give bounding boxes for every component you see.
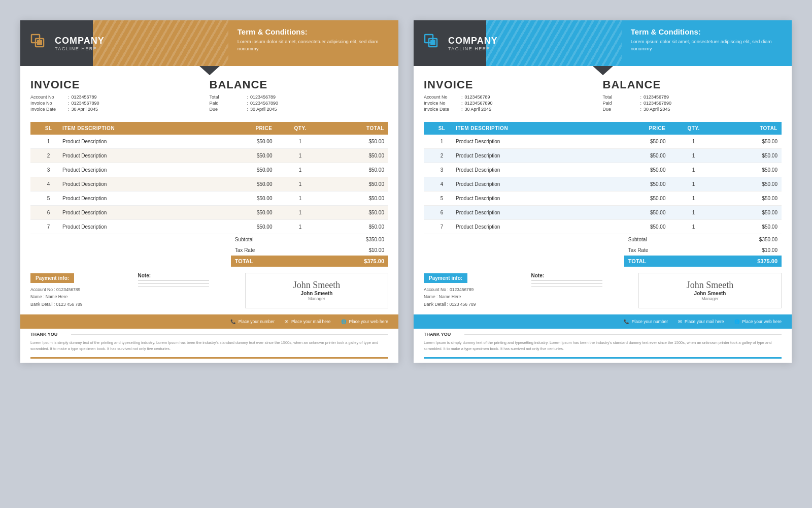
col-price-header: Price: [209, 125, 272, 131]
signature-name: John Smeeth: [301, 291, 333, 296]
invoice-header-brown: COMPANY TAGLINE HERE Term & Conditions: …: [20, 20, 398, 66]
thank-label: THANK YOU: [30, 332, 66, 337]
terms-text: Lorem ipsum dolor sit amet, consectetuer…: [238, 38, 389, 53]
footer-phone-blue: 📞 Place your number: [619, 317, 673, 326]
phone-icon: 📞: [230, 319, 236, 324]
invoice-table-brown: SL Item Description Price Qty. Total 1 P…: [30, 122, 388, 234]
invoice-date-row: Invoice Date : 30 April 2045: [30, 107, 210, 112]
table-row: 6 Product Description $50.00 1 $50.00: [30, 206, 388, 220]
header-right-blue: Term & Conditions: Lorem ipsum dolor sit…: [622, 20, 792, 66]
payment-block-blue: Payment info: Account No : 0123456789 Na…: [424, 273, 526, 308]
footer-bar-brown: 📞 Place your number ✉ Place your mail he…: [20, 314, 398, 329]
total-label: Total: [210, 94, 245, 100]
company-name-blue: COMPANY: [448, 36, 498, 46]
logo-area: COMPANY TAGLINE HERE: [30, 34, 105, 53]
bottom-rule-brown: [30, 357, 388, 359]
table-row: 6 Product Description $50.00 1 $50.00: [424, 206, 782, 220]
subtotal-label: Subtotal: [235, 237, 254, 242]
email-icon-blue: ✉: [678, 319, 682, 324]
note-line: [138, 283, 209, 284]
total-value: 0123456789: [250, 94, 276, 100]
col-desc-header: Item Description: [62, 125, 209, 131]
meta-left-blue: INVOICE Account No : 0123456789 Invoice …: [424, 78, 603, 113]
meta-left: INVOICE Account No : 0123456789 Invoice …: [30, 78, 210, 113]
note-line: [138, 280, 209, 281]
meta-right-blue: BALANCE Total : 0123456789 Paid : 012345…: [603, 78, 782, 113]
logo-icon: [30, 34, 50, 53]
terms-text-blue: Lorem ipsum dolor sit amet, consectetuer…: [631, 38, 783, 53]
invoice-meta-blue: INVOICE Account No : 0123456789 Invoice …: [414, 69, 792, 118]
note-lines: [138, 280, 241, 287]
logo-text-blue: COMPANY TAGLINE HERE: [448, 36, 498, 51]
col-total-header: Total: [328, 125, 384, 131]
subtotal-value: $350.00: [366, 237, 384, 242]
signature-block-blue: John Smeeth John Smeeth Manager: [638, 273, 782, 308]
accent-stripes-blue: [486, 20, 642, 66]
header-accent-bg-blue: [486, 20, 642, 66]
total-row-meta: Total : 0123456789: [210, 94, 389, 100]
payment-title: Payment info:: [30, 273, 74, 283]
table-row: 2 Product Description $50.00 1 $50.00: [30, 149, 388, 163]
balance-title: BALANCE: [210, 78, 389, 91]
thank-line: [71, 334, 388, 335]
invoice-brown: COMPANY TAGLINE HERE Term & Conditions: …: [20, 20, 398, 363]
table-row: 1 Product Description $50.00 1 $50.00: [30, 135, 388, 149]
email-icon: ✉: [285, 319, 289, 324]
totals-block-blue: Subtotal $350.00 Tax Rate $10.00 TOTAL $…: [624, 234, 782, 267]
invoices-container: COMPANY TAGLINE HERE Term & Conditions: …: [20, 20, 792, 363]
table-row: 7 Product Description $50.00 1 $50.00: [424, 220, 782, 234]
total-final-label: TOTAL: [235, 258, 253, 264]
payment-detail-blue: Account No : 0123456789 Name : Name Here…: [424, 286, 526, 308]
invoice-date-label: Invoice Date: [30, 107, 66, 112]
paid-row-meta: Paid : 01234567890: [210, 101, 389, 106]
table-row: 4 Product Description $50.00 1 $50.00: [424, 177, 782, 192]
signature-block: John Smeeth John Smeeth Manager: [245, 273, 388, 308]
table-row: 7 Product Description $50.00 1 $50.00: [30, 220, 388, 234]
invoice-table-blue: SL Item Description Price Qty. Total 1 P…: [424, 122, 782, 234]
header-right-brown: Term & Conditions: Lorem ipsum dolor sit…: [228, 20, 398, 66]
payment-detail: Account No : 0123456789 Name : Name Here…: [30, 286, 133, 308]
totals-area-blue: Subtotal $350.00 Tax Rate $10.00 TOTAL $…: [424, 234, 782, 267]
total-final-row-blue: TOTAL $375.00: [624, 256, 782, 267]
logo-text: COMPANY TAGLINE HERE: [55, 36, 105, 51]
totals-area-brown: Subtotal $350.00 Tax Rate $10.00 TOTAL $…: [30, 234, 388, 267]
table-row: 5 Product Description $50.00 1 $50.00: [30, 192, 388, 206]
bottom-section-blue: Payment info: Account No : 0123456789 Na…: [414, 267, 792, 311]
tagline: TAGLINE HERE: [55, 46, 105, 51]
bottom-section: Payment info: Account No : 0123456789 Na…: [20, 267, 398, 311]
account-row: Account No : 0123456789: [30, 94, 210, 100]
footer-email: ✉ Place your mail here: [280, 317, 335, 326]
invoice-title-blue: INVOICE: [424, 78, 603, 91]
invoice-header-blue: COMPANY TAGLINE HERE Term & Conditions: …: [414, 20, 792, 66]
invoice-no-value: 01234567890: [72, 101, 99, 106]
header-notch-blue: [593, 66, 613, 75]
due-row-meta: Due : 30 April 2045: [210, 107, 389, 112]
invoice-date-value: 30 April 2045: [72, 107, 98, 112]
web-icon: 🌐: [341, 319, 347, 324]
footer-web-blue: 🌐 Place your web here: [729, 317, 787, 326]
svg-rect-5: [430, 40, 435, 45]
footer-web: 🌐 Place your web here: [336, 317, 394, 326]
web-icon-blue: 🌐: [734, 319, 740, 324]
paid-label: Paid: [210, 101, 245, 106]
table-header: SL Item Description Price Qty. Total: [30, 122, 388, 135]
footer-phone: 📞 Place your number: [225, 317, 280, 326]
bottom-rule-blue: [424, 357, 782, 359]
invoice-no-row: Invoice No : 01234567890: [30, 101, 210, 106]
meta-right: BALANCE Total : 0123456789 Paid : 012345…: [210, 78, 389, 113]
paid-value: 01234567890: [250, 101, 278, 106]
logo-icon-blue: [424, 34, 443, 53]
invoice-meta-brown: INVOICE Account No : 0123456789 Invoice …: [20, 69, 398, 118]
payment-bank: Bank Detail : 0123 456 789: [30, 301, 133, 308]
accent-stripes: [93, 20, 249, 66]
header-notch-brown: [199, 66, 220, 75]
signature-role: Manager: [308, 296, 325, 301]
company-name: COMPANY: [55, 36, 105, 46]
total-final-row: TOTAL $375.00: [231, 256, 388, 267]
table-row: 5 Product Description $50.00 1 $50.00: [424, 192, 782, 206]
table-row: 2 Product Description $50.00 1 $50.00: [424, 149, 782, 163]
due-label: Due: [210, 107, 245, 112]
table-row: 3 Product Description $50.00 1 $50.00: [30, 163, 388, 177]
balance-title-blue: BALANCE: [603, 78, 782, 91]
payment-name: Name : Name Here: [30, 293, 133, 300]
